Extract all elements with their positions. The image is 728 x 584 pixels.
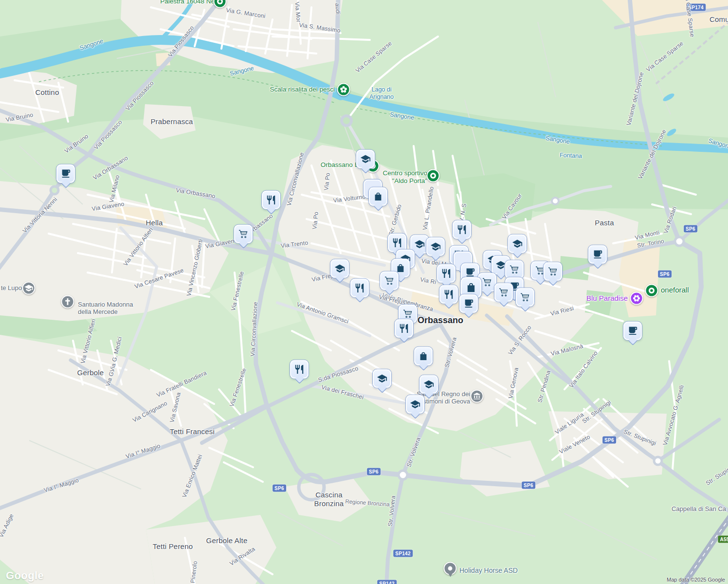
restaurant-icon xyxy=(399,323,409,334)
school-pin[interactable] xyxy=(419,375,438,394)
school-pin[interactable] xyxy=(330,259,349,278)
school-pin[interactable] xyxy=(508,235,527,253)
restaurant-pin[interactable] xyxy=(262,191,280,209)
road-label: Via Volturno xyxy=(333,193,366,204)
school-icon xyxy=(495,260,506,271)
flower-icon xyxy=(338,84,349,95)
google-logo[interactable]: Google xyxy=(6,569,44,582)
restaurant-pin[interactable] xyxy=(453,220,471,239)
road-label: Str. Volvera xyxy=(443,336,458,368)
cart-pin[interactable] xyxy=(234,225,253,243)
route-badge-sp6: SP6 xyxy=(602,437,616,444)
school-icon xyxy=(423,379,434,390)
road-label: Variante del Dojrone xyxy=(637,128,668,181)
restaurant-pin[interactable] xyxy=(350,279,369,297)
route-badge-a55: A55 xyxy=(718,536,728,543)
road-label: V. N. S xyxy=(458,203,468,222)
road-label: Via Italo Calvino xyxy=(568,349,599,389)
cafe-pin[interactable] xyxy=(588,245,607,264)
cafe-pin[interactable] xyxy=(56,164,75,183)
route-badge-sp6: SP6 xyxy=(658,271,672,278)
school-icon xyxy=(377,373,387,384)
oneforall-poi[interactable] xyxy=(645,284,658,297)
bag-pin[interactable] xyxy=(369,187,387,206)
school-poi[interactable] xyxy=(22,282,36,295)
road-label: Via Circonvallazione xyxy=(286,152,306,207)
poi-label: Cappella di San Ca xyxy=(672,505,726,512)
road-label: Viale Veneto xyxy=(558,433,591,455)
ring-icon xyxy=(215,0,226,7)
cafe-icon xyxy=(60,168,71,179)
water-label: Fontana xyxy=(560,152,582,160)
road-label: Via Vittorio Alfieri xyxy=(79,318,97,365)
poi-label: Scala risalita dei pesci xyxy=(270,86,335,93)
road-label: Str. Volvera xyxy=(387,495,397,527)
kingdom-hall-poi[interactable] xyxy=(471,390,484,403)
beauty-salon-poi[interactable] xyxy=(630,292,643,305)
road-label: Via Carignano xyxy=(131,400,168,423)
road-label: Via Orbassano xyxy=(176,187,216,200)
cart-icon xyxy=(498,287,509,298)
road-label: Str. Stupinigi xyxy=(581,399,613,425)
church-poi[interactable] xyxy=(61,295,74,309)
restaurant-icon xyxy=(456,224,467,235)
poi-overlay: OrbassanoCottinoPrabernascaHellaGerboleT… xyxy=(0,0,728,584)
sports-center-poi[interactable] xyxy=(427,169,440,182)
poi-label: Holiday Horse ASD xyxy=(459,566,518,575)
road-label: Via Bruino xyxy=(63,132,90,154)
road-label: S.da Piossasco xyxy=(317,365,359,384)
school-pin[interactable] xyxy=(406,395,424,414)
cart-icon xyxy=(509,264,520,275)
cart-pin[interactable] xyxy=(505,260,524,279)
road-label: Via Cavour xyxy=(501,192,524,220)
poi-label: Blu Paradise xyxy=(586,294,628,303)
place-label: Cottino xyxy=(36,88,59,97)
road-label: Variante del Dojrone xyxy=(625,72,645,127)
restaurant-icon xyxy=(354,283,365,293)
road-label: Via Giaveno xyxy=(205,237,238,250)
school-pin[interactable] xyxy=(356,150,375,168)
road-label: Via Orbassano xyxy=(92,154,129,181)
cross-icon xyxy=(62,296,73,308)
cart-pin[interactable] xyxy=(494,283,513,302)
cafe-icon xyxy=(627,326,638,336)
cart-icon xyxy=(547,266,558,277)
road-label: Via Rodari xyxy=(662,205,678,234)
bag-pin[interactable] xyxy=(414,347,433,365)
restaurant-icon xyxy=(392,237,402,248)
map-canvas[interactable]: OrbassanoCottinoPrabernascaHellaGerboleT… xyxy=(0,0,728,584)
restaurant-icon xyxy=(294,364,305,375)
restaurant-pin[interactable] xyxy=(439,285,458,304)
school-pin[interactable] xyxy=(426,237,445,256)
road-label: Via Po xyxy=(323,172,331,191)
road-label: Via Antonio Gramsci xyxy=(296,301,350,325)
fish-ladder-poi[interactable] xyxy=(337,83,350,96)
gym-poi[interactable] xyxy=(214,0,227,8)
cafe-pin[interactable] xyxy=(623,322,642,340)
road-label: Via S. Massimo xyxy=(298,21,341,34)
cafe-icon xyxy=(463,298,474,309)
road-label: Str. Gerbido xyxy=(387,203,403,237)
horse-riding-poi[interactable] xyxy=(444,562,457,575)
water-label: Sangone xyxy=(545,135,570,146)
route-badge-sp142: SP142 xyxy=(393,550,413,557)
place-label: Tetti Pereno xyxy=(153,542,193,551)
route-badge-sp142: SP142 xyxy=(377,580,397,584)
road-label: Via dei Fraschei xyxy=(321,383,364,401)
road-label: Str. Stupinigi xyxy=(623,428,657,447)
cafe-pin[interactable] xyxy=(459,294,478,313)
route-badge-sp6: SP6 xyxy=(273,485,286,492)
cart-pin[interactable] xyxy=(380,272,399,290)
restaurant-pin[interactable] xyxy=(437,264,455,283)
restaurant-pin[interactable] xyxy=(395,319,413,338)
water-label: Sangone xyxy=(79,37,104,52)
restaurant-pin[interactable] xyxy=(290,360,309,379)
place-label: Gerbole xyxy=(77,368,104,377)
cart-pin[interactable] xyxy=(544,262,562,281)
road-label: Via Fenestrelle xyxy=(228,367,248,408)
cart-pin[interactable] xyxy=(516,288,534,307)
school-pin[interactable] xyxy=(373,369,391,388)
road-label: Via G. xyxy=(104,369,116,387)
cafe-icon xyxy=(592,249,603,260)
dot-icon xyxy=(445,563,456,574)
